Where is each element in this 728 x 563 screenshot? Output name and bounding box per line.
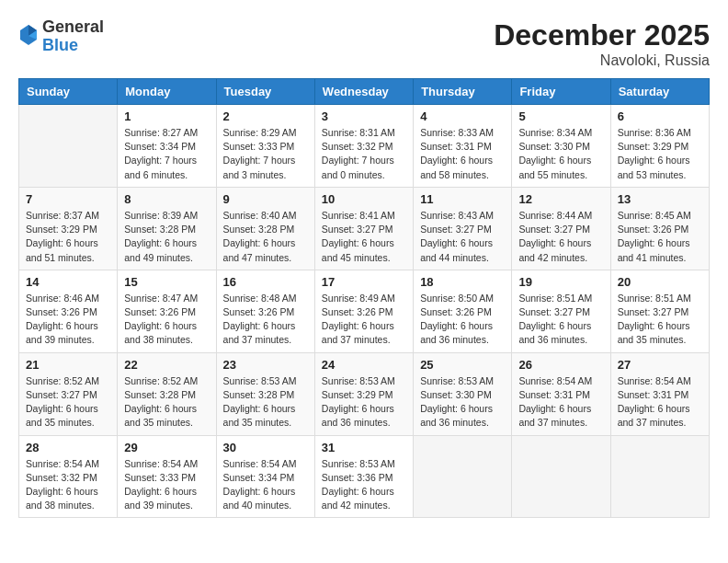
calendar-cell: 10Sunrise: 8:41 AMSunset: 3:27 PMDayligh… [314, 187, 413, 270]
calendar-cell: 25Sunrise: 8:53 AMSunset: 3:30 PMDayligh… [414, 352, 512, 435]
day-number: 25 [420, 358, 505, 372]
title-area: December 2025 Navoloki, Russia [494, 18, 710, 69]
day-number: 19 [518, 275, 603, 289]
day-number: 5 [518, 109, 603, 123]
calendar-cell: 20Sunrise: 8:51 AMSunset: 3:27 PMDayligh… [610, 270, 709, 352]
day-number: 14 [26, 275, 110, 289]
calendar-cell [610, 435, 709, 518]
day-info: Sunrise: 8:41 AMSunset: 3:27 PMDaylight:… [322, 209, 406, 265]
page-header: General Blue December 2025 Navoloki, Rus… [18, 18, 710, 69]
calendar-cell: 19Sunrise: 8:51 AMSunset: 3:27 PMDayligh… [512, 270, 610, 352]
day-info: Sunrise: 8:39 AMSunset: 3:28 PMDaylight:… [124, 209, 209, 265]
day-info: Sunrise: 8:52 AMSunset: 3:28 PMDaylight:… [124, 374, 209, 431]
calendar-cell: 5Sunrise: 8:34 AMSunset: 3:30 PMDaylight… [512, 105, 610, 188]
page-subtitle: Navoloki, Russia [494, 52, 710, 69]
day-number: 17 [322, 275, 406, 289]
calendar-cell: 16Sunrise: 8:48 AMSunset: 3:26 PMDayligh… [216, 270, 314, 352]
day-info: Sunrise: 8:53 AMSunset: 3:29 PMDaylight:… [322, 374, 406, 431]
calendar-day-header: Monday [118, 79, 216, 105]
day-info: Sunrise: 8:50 AMSunset: 3:26 PMDaylight:… [420, 292, 505, 348]
calendar-cell: 9Sunrise: 8:40 AMSunset: 3:28 PMDaylight… [216, 187, 314, 270]
calendar-cell: 21Sunrise: 8:52 AMSunset: 3:27 PMDayligh… [19, 352, 118, 435]
day-info: Sunrise: 8:54 AMSunset: 3:33 PMDaylight:… [124, 457, 209, 513]
calendar-cell: 14Sunrise: 8:46 AMSunset: 3:26 PMDayligh… [19, 270, 118, 352]
calendar-cell: 28Sunrise: 8:54 AMSunset: 3:32 PMDayligh… [19, 435, 118, 518]
calendar-week-row: 7Sunrise: 8:37 AMSunset: 3:29 PMDaylight… [19, 187, 710, 270]
calendar-week-row: 14Sunrise: 8:46 AMSunset: 3:26 PMDayligh… [19, 270, 710, 352]
logo-general-text: General [42, 17, 104, 36]
calendar-cell [512, 435, 610, 518]
calendar-day-header: Friday [512, 79, 610, 105]
calendar-cell [414, 435, 512, 518]
calendar-week-row: 21Sunrise: 8:52 AMSunset: 3:27 PMDayligh… [19, 352, 710, 435]
day-number: 20 [618, 275, 702, 289]
calendar-cell: 17Sunrise: 8:49 AMSunset: 3:26 PMDayligh… [314, 270, 413, 352]
logo-blue-text: Blue [42, 36, 78, 54]
day-number: 27 [618, 358, 702, 372]
page-title: December 2025 [494, 18, 710, 52]
calendar-cell: 13Sunrise: 8:45 AMSunset: 3:26 PMDayligh… [610, 187, 709, 270]
day-number: 16 [223, 275, 308, 289]
day-info: Sunrise: 8:33 AMSunset: 3:31 PMDaylight:… [420, 126, 505, 182]
day-number: 12 [518, 192, 603, 206]
calendar-cell: 6Sunrise: 8:36 AMSunset: 3:29 PMDaylight… [610, 105, 709, 188]
calendar-week-row: 28Sunrise: 8:54 AMSunset: 3:32 PMDayligh… [19, 435, 710, 518]
day-info: Sunrise: 8:54 AMSunset: 3:31 PMDaylight:… [518, 374, 603, 431]
calendar-cell: 27Sunrise: 8:54 AMSunset: 3:31 PMDayligh… [610, 352, 709, 435]
calendar-cell: 24Sunrise: 8:53 AMSunset: 3:29 PMDayligh… [314, 352, 413, 435]
calendar-cell: 11Sunrise: 8:43 AMSunset: 3:27 PMDayligh… [414, 187, 512, 270]
calendar-cell: 2Sunrise: 8:29 AMSunset: 3:33 PMDaylight… [216, 105, 314, 188]
day-info: Sunrise: 8:34 AMSunset: 3:30 PMDaylight:… [518, 126, 603, 182]
day-info: Sunrise: 8:40 AMSunset: 3:28 PMDaylight:… [223, 209, 308, 265]
calendar-day-header: Sunday [19, 79, 118, 105]
day-number: 9 [223, 192, 308, 206]
calendar-cell: 1Sunrise: 8:27 AMSunset: 3:34 PMDaylight… [118, 105, 216, 188]
calendar-cell: 31Sunrise: 8:53 AMSunset: 3:36 PMDayligh… [314, 435, 413, 518]
calendar-day-header: Wednesday [314, 79, 413, 105]
day-number: 1 [124, 109, 209, 123]
day-number: 3 [322, 109, 406, 123]
day-info: Sunrise: 8:53 AMSunset: 3:30 PMDaylight:… [420, 374, 505, 431]
day-info: Sunrise: 8:48 AMSunset: 3:26 PMDaylight:… [223, 292, 308, 348]
calendar-day-header: Saturday [610, 79, 709, 105]
logo-icon [18, 23, 39, 47]
day-info: Sunrise: 8:36 AMSunset: 3:29 PMDaylight:… [618, 126, 702, 182]
day-info: Sunrise: 8:29 AMSunset: 3:33 PMDaylight:… [223, 126, 308, 182]
day-info: Sunrise: 8:51 AMSunset: 3:27 PMDaylight:… [518, 292, 603, 348]
calendar-cell: 12Sunrise: 8:44 AMSunset: 3:27 PMDayligh… [512, 187, 610, 270]
day-number: 23 [223, 358, 308, 372]
day-number: 18 [420, 275, 505, 289]
day-info: Sunrise: 8:52 AMSunset: 3:27 PMDaylight:… [26, 374, 110, 431]
day-info: Sunrise: 8:54 AMSunset: 3:34 PMDaylight:… [223, 457, 308, 513]
calendar-cell: 8Sunrise: 8:39 AMSunset: 3:28 PMDaylight… [118, 187, 216, 270]
day-number: 2 [223, 109, 308, 123]
day-info: Sunrise: 8:37 AMSunset: 3:29 PMDaylight:… [26, 209, 110, 265]
day-info: Sunrise: 8:31 AMSunset: 3:32 PMDaylight:… [322, 126, 406, 182]
calendar-cell: 18Sunrise: 8:50 AMSunset: 3:26 PMDayligh… [414, 270, 512, 352]
day-info: Sunrise: 8:54 AMSunset: 3:31 PMDaylight:… [618, 374, 702, 431]
day-info: Sunrise: 8:51 AMSunset: 3:27 PMDaylight:… [618, 292, 702, 348]
calendar-day-header: Tuesday [216, 79, 314, 105]
day-info: Sunrise: 8:49 AMSunset: 3:26 PMDaylight:… [322, 292, 406, 348]
day-number: 29 [124, 441, 209, 454]
day-number: 15 [124, 275, 209, 289]
day-info: Sunrise: 8:54 AMSunset: 3:32 PMDaylight:… [26, 457, 110, 513]
calendar-cell: 29Sunrise: 8:54 AMSunset: 3:33 PMDayligh… [118, 435, 216, 518]
calendar-header-row: SundayMondayTuesdayWednesdayThursdayFrid… [19, 79, 710, 105]
day-number: 8 [124, 192, 209, 206]
day-number: 10 [322, 192, 406, 206]
day-number: 30 [223, 441, 308, 454]
calendar-cell: 26Sunrise: 8:54 AMSunset: 3:31 PMDayligh… [512, 352, 610, 435]
day-info: Sunrise: 8:47 AMSunset: 3:26 PMDaylight:… [124, 292, 209, 348]
day-number: 4 [420, 109, 505, 123]
calendar-cell: 15Sunrise: 8:47 AMSunset: 3:26 PMDayligh… [118, 270, 216, 352]
day-number: 22 [124, 358, 209, 372]
day-number: 7 [26, 192, 110, 206]
calendar-cell: 22Sunrise: 8:52 AMSunset: 3:28 PMDayligh… [118, 352, 216, 435]
day-info: Sunrise: 8:53 AMSunset: 3:36 PMDaylight:… [322, 457, 406, 513]
calendar-cell: 4Sunrise: 8:33 AMSunset: 3:31 PMDaylight… [414, 105, 512, 188]
day-number: 24 [322, 358, 406, 372]
logo: General Blue [18, 18, 104, 55]
day-number: 26 [518, 358, 603, 372]
calendar-cell: 3Sunrise: 8:31 AMSunset: 3:32 PMDaylight… [314, 105, 413, 188]
